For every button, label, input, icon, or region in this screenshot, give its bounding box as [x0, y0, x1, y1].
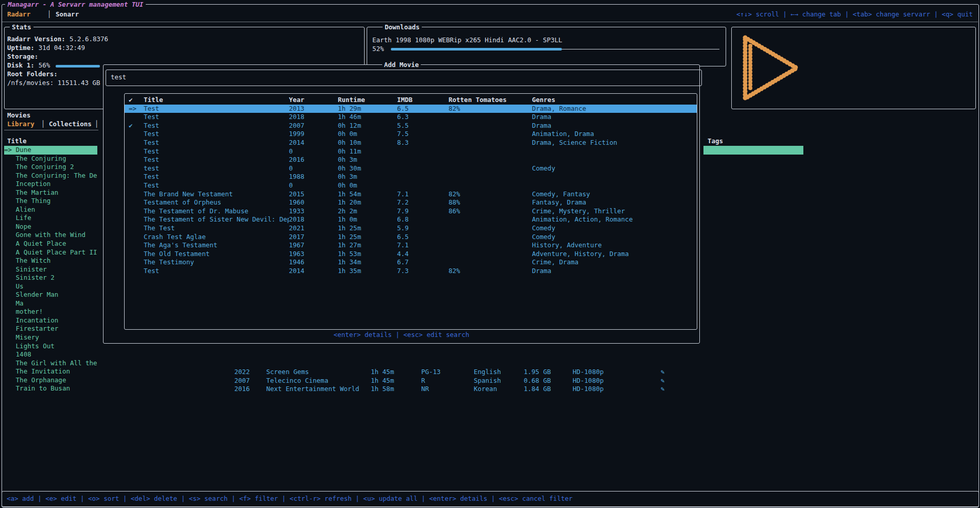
cell-year: 2016: [234, 384, 250, 393]
cell-year: 1960: [289, 198, 338, 207]
column-header-year: Year: [289, 96, 338, 105]
cell-runtime: 1h 54m: [338, 190, 397, 199]
add-movie-result-row[interactable]: Crash Test Aglae20171h 25m6.5Comedy: [125, 233, 697, 242]
add-movie-result-row[interactable]: The Aga's Testament19671h 27m7.1History,…: [125, 241, 697, 250]
cell-year: 1967: [289, 241, 338, 250]
cell-runtime: 1h 46m: [338, 113, 397, 122]
add-movie-search-input[interactable]: test: [106, 70, 702, 86]
cell-genres: Adventure, History, Drama: [532, 250, 697, 259]
cell-genres: Crime, Drama: [532, 258, 697, 267]
cell-title: Crash Test Aglae: [144, 233, 289, 242]
cell-size: 1.95 GB: [524, 367, 551, 376]
add-movie-result-row[interactable]: Test00h 0m: [125, 181, 697, 190]
cell-genres: Comedy, Fantasy: [532, 190, 697, 199]
cell-imdb: 6.3: [397, 113, 449, 122]
cell-studio: Next Entertainment World: [266, 384, 359, 393]
cell-runtime: 0h 0m: [338, 181, 397, 190]
cell-year: 1933: [289, 207, 338, 216]
cell-rotten-tomatoes: [449, 113, 532, 122]
cell-genres: Animation, Action, Romance: [532, 215, 697, 224]
cell-rotten-tomatoes: 82%: [449, 190, 532, 199]
cell-runtime: 0h 3m: [338, 156, 397, 164]
cell-runtime: 1h 25m: [338, 233, 397, 242]
cell-rotten-tomatoes: 82%: [449, 267, 532, 276]
cell-year: 0: [289, 164, 338, 173]
search-input-value: test: [111, 73, 126, 81]
cell-genres: Drama, Science Fiction: [532, 139, 697, 147]
monitored-icon: ✎: [661, 376, 665, 385]
cell-rotten-tomatoes: 82%: [449, 105, 532, 113]
cell-check: [125, 130, 144, 139]
footer-keybind-bar: <a> add | <e> edit | <o> sort | <del> de…: [2, 491, 979, 507]
cell-year: 2014: [289, 139, 338, 147]
add-movie-result-row[interactable]: Test20140h 10m8.3Drama, Science Fiction: [125, 139, 697, 147]
cell-runtime: 1h 20m: [338, 198, 397, 207]
movies-table-row[interactable]: 2022Screen Gems1h 45mPG-13English1.95 GB…: [0, 367, 980, 376]
cell-runtime: 1h 27m: [338, 241, 397, 250]
cell-imdb: [397, 164, 449, 173]
cell-year: 2018: [289, 113, 338, 122]
cell-year: 2014: [289, 267, 338, 276]
cell-check: [125, 156, 144, 164]
column-header-runtime: Runtime: [338, 96, 397, 105]
add-movie-result-row[interactable]: The Testament of Sister New Devil: Depar…: [125, 215, 697, 224]
add-movie-result-row[interactable]: test00h 30mComedy: [125, 164, 697, 173]
cell-title: The Brand New Testament: [144, 190, 289, 199]
cell-title: Test: [144, 173, 289, 181]
cell-imdb: 6.8: [397, 215, 449, 224]
cell-runtime: 0h 3m: [338, 173, 397, 181]
movies-table-row[interactable]: 2007Telecinco Cinema1h 45mRSpanish0.68 G…: [0, 376, 980, 385]
cell-rotten-tomatoes: [449, 258, 532, 267]
cell-genres: [532, 156, 697, 164]
cell-imdb: 8.3: [397, 139, 449, 147]
cell-imdb: 7.1: [397, 190, 449, 199]
column-header-rotten-tomatoes: Rotten Tomatoes: [449, 96, 532, 105]
cell-imdb: 7.9: [397, 207, 449, 216]
add-movie-result-row[interactable]: The Testimony19461h 34m6.7Crime, Drama: [125, 258, 697, 267]
add-movie-result-row[interactable]: Testament of Orpheus19601h 20m7.288%Fant…: [125, 198, 697, 207]
cell-check: [125, 267, 144, 276]
add-movie-keybind-help: <enter> details | <esc> edit search: [104, 331, 699, 338]
cell-title: Test: [144, 105, 289, 113]
cell-title: Test: [144, 130, 289, 139]
cell-year: 2021: [289, 224, 338, 233]
add-movie-modal-title: Add Movie: [382, 61, 421, 69]
add-movie-result-row[interactable]: The Testament of Dr. Mabuse19332h 2m7.98…: [125, 207, 697, 216]
cell-imdb: [397, 173, 449, 181]
cell-title: The Aga's Testament: [144, 241, 289, 250]
add-movie-result-row[interactable]: ✔Test20070h 12m5.5Drama: [125, 122, 697, 130]
cell-title: Test: [144, 113, 289, 122]
movies-table-row[interactable]: 2016Next Entertainment World1h 58mNRKore…: [0, 384, 980, 393]
cell-title: Test: [144, 122, 289, 130]
monitored-icon: ✎: [661, 367, 665, 376]
cell-check: =>: [125, 105, 144, 113]
add-movie-result-row[interactable]: Test19990h 0m7.5Animation, Drama: [125, 130, 697, 139]
add-movie-result-row[interactable]: The Test20211h 25m5.9Comedy: [125, 224, 697, 233]
add-movie-result-row[interactable]: The Old Testament19631h 53m4.4Adventure,…: [125, 250, 697, 259]
add-movie-result-row[interactable]: The Brand New Testament20151h 54m7.182%C…: [125, 190, 697, 199]
cell-year: 2018: [289, 215, 338, 224]
cell-imdb: 6.5: [397, 233, 449, 242]
cell-imdb: 5.9: [397, 224, 449, 233]
add-movie-result-row[interactable]: Test19880h 3m: [125, 173, 697, 181]
cell-language: Spanish: [474, 376, 501, 385]
add-movie-result-row[interactable]: =>Test20131h 29m6.582%Drama, Romance: [125, 105, 697, 113]
cell-runtime: 1h 58m: [371, 384, 394, 393]
add-movie-result-row[interactable]: Test00h 11m: [125, 147, 697, 156]
add-movie-results-table: ✔ Title Year Runtime IMDB Rotten Tomatoe…: [124, 93, 697, 330]
cell-year: 2013: [289, 105, 338, 113]
cell-genres: Drama, Romance: [532, 105, 697, 113]
cell-year: 1988: [289, 173, 338, 181]
cell-year: 2015: [289, 190, 338, 199]
add-movie-result-row[interactable]: Test20141h 35m7.382%Drama: [125, 267, 697, 276]
add-movie-result-row[interactable]: Test20160h 3m: [125, 156, 697, 164]
cell-runtime: 1h 25m: [338, 224, 397, 233]
add-movie-result-row[interactable]: Test20181h 46m6.3Drama: [125, 113, 697, 122]
cell-check: ✔: [125, 122, 144, 130]
cell-runtime: 0h 30m: [338, 164, 397, 173]
cell-rotten-tomatoes: [449, 181, 532, 190]
cell-rotten-tomatoes: 86%: [449, 207, 532, 216]
cell-check: [125, 113, 144, 122]
cell-imdb: [397, 181, 449, 190]
cell-check: [125, 181, 144, 190]
